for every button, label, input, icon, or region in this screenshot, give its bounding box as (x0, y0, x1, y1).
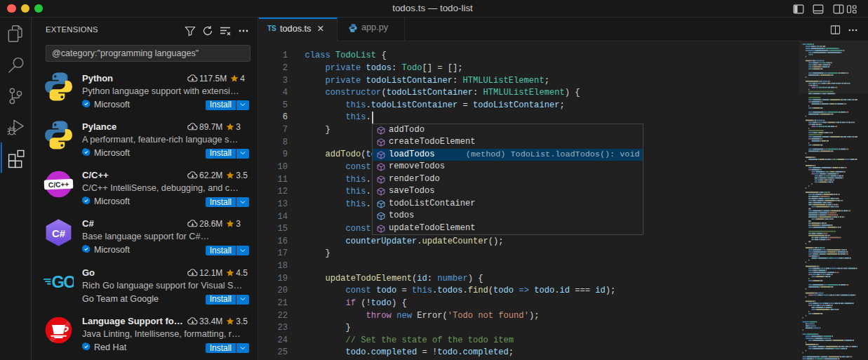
svg-text:C/C++: C/C++ (48, 180, 69, 189)
svg-text:C#: C# (52, 228, 65, 239)
svg-text:GO: GO (51, 273, 74, 291)
